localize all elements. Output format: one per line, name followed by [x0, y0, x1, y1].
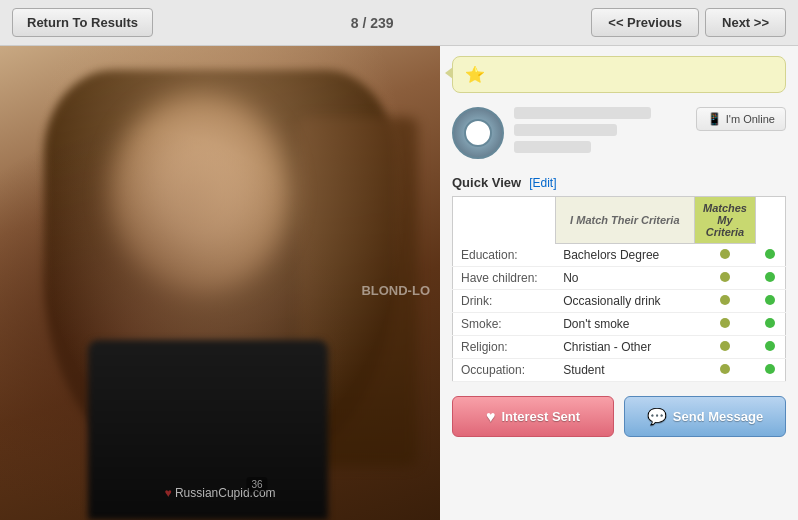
phone-icon: 📱 — [707, 112, 722, 126]
table-row: Occupation:Student — [453, 359, 786, 382]
row-label: Have children: — [453, 267, 556, 290]
return-button[interactable]: Return To Results — [12, 8, 153, 37]
dot-icon — [765, 249, 775, 259]
quick-view-section: Quick View [Edit] I Match Their Criteria… — [452, 175, 786, 382]
dot-icon — [765, 341, 775, 351]
user-details — [514, 107, 686, 158]
dot-icon — [765, 272, 775, 282]
heart-icon: ♥ — [486, 408, 496, 426]
row-value: Student — [555, 359, 694, 382]
main-content: BLOND-LO ♥ RussianCupid.com 36 ⭐ — [0, 46, 798, 520]
dot-icon — [765, 364, 775, 374]
user-info-area: 📱 I'm Online — [452, 103, 786, 163]
action-buttons: ♥ Interest Sent 💬 Send Message — [452, 396, 786, 437]
dot-col1 — [694, 267, 755, 290]
table-row: Drink:Occasionally drink — [453, 290, 786, 313]
criteria-table: I Match Their Criteria Matches My Criter… — [452, 196, 786, 382]
user-name-line-3 — [514, 141, 591, 153]
table-row: Smoke:Don't smoke — [453, 313, 786, 336]
table-header-row: I Match Their Criteria Matches My Criter… — [453, 197, 786, 244]
dot-col1 — [694, 313, 755, 336]
message-icon: 💬 — [647, 407, 667, 426]
dot-icon — [720, 341, 730, 351]
row-label: Religion: — [453, 336, 556, 359]
interest-button[interactable]: ♥ Interest Sent — [452, 396, 614, 437]
bubble-star-icon: ⭐ — [465, 65, 485, 84]
dot-col1 — [694, 244, 755, 267]
row-value: Don't smoke — [555, 313, 694, 336]
row-value: Christian - Other — [555, 336, 694, 359]
table-row: Education:Bachelors Degree — [453, 244, 786, 267]
table-col1-header: I Match Their Criteria — [555, 197, 694, 244]
row-label: Occupation: — [453, 359, 556, 382]
row-label: Drink: — [453, 290, 556, 313]
dot-col2 — [756, 313, 786, 336]
quick-view-title: Quick View — [452, 175, 521, 190]
dot-col2 — [756, 290, 786, 313]
right-panel: ⭐ 📱 I'm Online Quick View [Edit] — [440, 46, 798, 520]
criteria-tbody: Education:Bachelors DegreeHave children:… — [453, 244, 786, 382]
edit-link[interactable]: [Edit] — [529, 176, 556, 190]
blond-text: BLOND-LO — [361, 283, 430, 298]
message-bubble: ⭐ — [452, 56, 786, 93]
nav-buttons: << Previous Next >> — [591, 8, 786, 37]
online-badge: 📱 I'm Online — [696, 107, 786, 131]
user-name-line-1 — [514, 107, 651, 119]
dot-icon — [720, 249, 730, 259]
dot-col2 — [756, 336, 786, 359]
row-value: Occasionally drink — [555, 290, 694, 313]
avatar — [452, 107, 504, 159]
page-count: 8 / 239 — [351, 15, 394, 31]
row-value: No — [555, 267, 694, 290]
site-badge: 36 — [246, 477, 267, 492]
dot-icon — [720, 318, 730, 328]
dot-col2 — [756, 244, 786, 267]
table-label-col-header — [453, 197, 556, 244]
dot-col1 — [694, 336, 755, 359]
dot-col1 — [694, 359, 755, 382]
dot-col2 — [756, 267, 786, 290]
online-label: I'm Online — [726, 113, 775, 125]
bubble-arrow — [445, 67, 453, 79]
watermark: ♥ RussianCupid.com 36 — [164, 486, 275, 500]
row-value: Bachelors Degree — [555, 244, 694, 267]
message-button[interactable]: 💬 Send Message — [624, 396, 786, 437]
table-col2-header: Matches My Criteria — [694, 197, 755, 244]
dot-col2 — [756, 359, 786, 382]
dot-icon — [720, 272, 730, 282]
dot-icon — [720, 364, 730, 374]
dot-col1 — [694, 290, 755, 313]
prev-button[interactable]: << Previous — [591, 8, 699, 37]
avatar-icon — [464, 119, 492, 147]
top-bar: Return To Results 8 / 239 << Previous Ne… — [0, 0, 798, 46]
table-row: Religion:Christian - Other — [453, 336, 786, 359]
dot-icon — [765, 318, 775, 328]
row-label: Education: — [453, 244, 556, 267]
message-label: Send Message — [673, 409, 763, 424]
dot-icon — [765, 295, 775, 305]
next-button[interactable]: Next >> — [705, 8, 786, 37]
table-row: Have children:No — [453, 267, 786, 290]
profile-photo: BLOND-LO ♥ RussianCupid.com 36 — [0, 46, 440, 520]
quick-view-header: Quick View [Edit] — [452, 175, 786, 190]
interest-label: Interest Sent — [501, 409, 580, 424]
dot-icon — [720, 295, 730, 305]
watermark-heart: ♥ — [164, 486, 171, 500]
user-name-line-2 — [514, 124, 617, 136]
photo-area: BLOND-LO ♥ RussianCupid.com 36 — [0, 46, 440, 520]
row-label: Smoke: — [453, 313, 556, 336]
